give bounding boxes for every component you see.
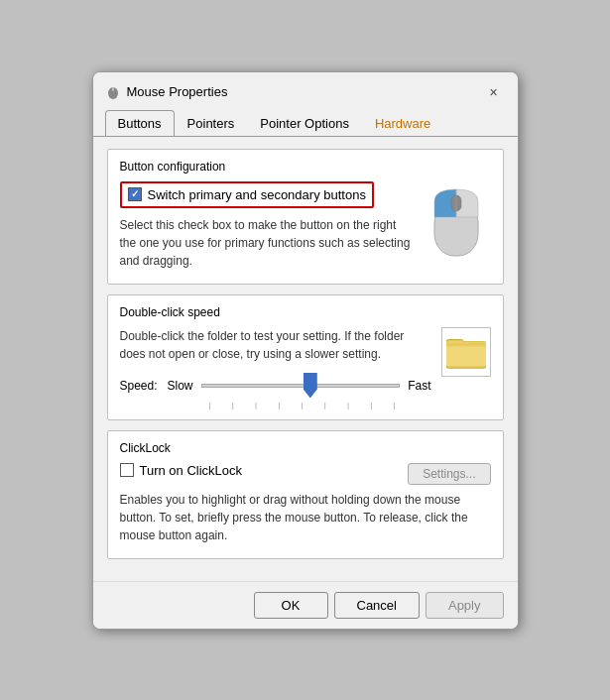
double-click-desc: Double-click the folder to test your set… xyxy=(120,327,431,363)
apply-button: Apply xyxy=(426,592,504,619)
close-button[interactable]: × xyxy=(482,80,506,104)
slider-thumb xyxy=(304,373,317,399)
dialog-title: Mouse Properties xyxy=(127,84,228,99)
clicklock-section: ClickLock Turn on ClickLock Settings... … xyxy=(107,430,504,559)
footer: OK Cancel Apply xyxy=(93,581,518,629)
speed-label: Speed: xyxy=(120,379,160,393)
folder-svg xyxy=(446,333,486,371)
slider-container[interactable] xyxy=(201,371,401,401)
clicklock-checkbox[interactable] xyxy=(120,463,134,477)
tab-pointer-options[interactable]: Pointer Options xyxy=(247,110,362,136)
double-click-title: Double-click speed xyxy=(120,305,491,319)
clicklock-checkbox-row: Turn on ClickLock xyxy=(120,463,243,478)
mouse-properties-dialog: Mouse Properties × Buttons Pointers Poin… xyxy=(92,71,519,630)
button-config-desc: Select this check box to make the button… xyxy=(120,216,412,270)
clicklock-row: Turn on ClickLock Settings... xyxy=(120,463,491,485)
button-config-left: ✓ Switch primary and secondary buttons S… xyxy=(120,181,412,274)
content-area: Button configuration ✓ Switch primary an… xyxy=(93,136,518,581)
speed-slider-row: Speed: Slow Fast xyxy=(120,371,431,401)
switch-buttons-checkbox[interactable]: ✓ xyxy=(128,187,142,201)
mouse-image xyxy=(422,181,491,261)
title-bar: Mouse Properties × xyxy=(93,72,518,104)
button-config-row: ✓ Switch primary and secondary buttons S… xyxy=(120,181,491,274)
tab-hardware[interactable]: Hardware xyxy=(362,110,443,136)
double-click-left: Double-click the folder to test your set… xyxy=(120,327,431,409)
tab-pointers[interactable]: Pointers xyxy=(175,110,248,136)
tab-buttons[interactable]: Buttons xyxy=(105,110,175,136)
clicklock-desc: Enables you to highlight or drag without… xyxy=(120,491,491,544)
double-click-row: Double-click the folder to test your set… xyxy=(120,327,491,409)
slider-ticks: | | | | | | | | | xyxy=(209,401,396,409)
switch-buttons-checkbox-row[interactable]: ✓ Switch primary and secondary buttons xyxy=(120,181,374,208)
slow-label: Slow xyxy=(168,379,193,393)
double-click-section: Double-click speed Double-click the fold… xyxy=(107,294,504,420)
button-config-section: Button configuration ✓ Switch primary an… xyxy=(107,149,504,285)
switch-buttons-label: Switch primary and secondary buttons xyxy=(148,187,366,202)
mouse-svg xyxy=(427,181,486,261)
ok-button[interactable]: OK xyxy=(254,592,328,619)
fast-label: Fast xyxy=(408,379,430,393)
folder-image[interactable] xyxy=(441,327,491,377)
svg-rect-9 xyxy=(446,342,486,346)
mouse-title-icon xyxy=(105,84,121,100)
clicklock-title: ClickLock xyxy=(120,441,491,455)
tabs-container: Buttons Pointers Pointer Options Hardwar… xyxy=(93,104,518,136)
slider-track xyxy=(201,384,401,388)
button-config-title: Button configuration xyxy=(120,160,491,174)
clicklock-label: Turn on ClickLock xyxy=(140,463,243,478)
title-bar-left: Mouse Properties xyxy=(105,84,228,100)
cancel-button[interactable]: Cancel xyxy=(334,592,420,619)
clicklock-settings-button: Settings... xyxy=(408,463,490,485)
checkmark-icon: ✓ xyxy=(131,189,139,199)
